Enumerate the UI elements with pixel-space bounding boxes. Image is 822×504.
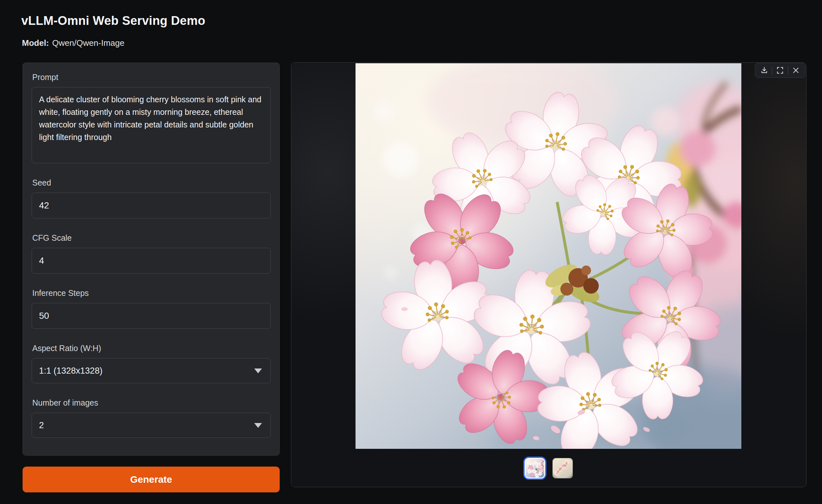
num-images-label: Number of images	[32, 398, 271, 408]
generation-settings-panel: Prompt A delicate cluster of blooming ch…	[23, 63, 280, 456]
output-gallery-panel	[291, 62, 807, 487]
generated-image[interactable]	[356, 63, 741, 449]
prompt-field: Prompt A delicate cluster of blooming ch…	[32, 73, 271, 163]
download-button[interactable]	[757, 64, 771, 77]
aspect-ratio-label: Aspect Ratio (W:H)	[32, 344, 271, 353]
aspect-ratio-field: Aspect Ratio (W:H) 1:1 (1328x1328)	[32, 344, 271, 383]
fullscreen-button[interactable]	[773, 64, 787, 77]
thumbnail-strip	[291, 455, 806, 481]
inference-steps-label: Inference Steps	[32, 289, 271, 298]
toolbar-divider	[788, 66, 788, 74]
num-images-select[interactable]: 2	[32, 413, 271, 438]
cfg-scale-label: CFG Scale	[32, 233, 271, 242]
cfg-scale-input[interactable]	[32, 248, 271, 274]
inference-steps-field: Inference Steps	[32, 289, 271, 329]
prompt-input[interactable]: A delicate cluster of blooming cherry bl…	[32, 87, 271, 163]
aspect-ratio-value: 1:1 (1328x1328)	[39, 366, 103, 376]
seed-label: Seed	[32, 178, 271, 187]
thumbnail-2-image	[553, 458, 572, 478]
download-icon	[760, 66, 768, 74]
fullscreen-icon	[776, 66, 784, 74]
num-images-value: 2	[39, 420, 44, 430]
prompt-label: Prompt	[32, 73, 271, 82]
thumbnail-1-selected[interactable]	[524, 458, 545, 479]
chevron-down-icon	[254, 423, 262, 428]
toolbar-divider	[772, 66, 772, 74]
model-label: Model:	[22, 38, 49, 48]
generate-button[interactable]: Generate	[23, 467, 280, 492]
thumbnail-2[interactable]	[552, 458, 573, 479]
seed-field: Seed	[32, 178, 271, 218]
model-value: Qwen/Qwen-Image	[52, 38, 124, 48]
num-images-field: Number of images 2	[32, 398, 271, 438]
close-icon	[792, 66, 800, 74]
aspect-ratio-select[interactable]: 1:1 (1328x1328)	[32, 358, 271, 383]
cfg-scale-field: CFG Scale	[32, 233, 271, 274]
inference-steps-input[interactable]	[32, 303, 271, 329]
page-title: vLLM-Omni Web Serving Demo	[21, 14, 205, 28]
thumbnail-1-image	[525, 459, 544, 478]
seed-input[interactable]	[32, 193, 271, 218]
gallery-toolbar	[755, 63, 805, 78]
close-button[interactable]	[789, 64, 803, 77]
model-line: Model:Qwen/Qwen-Image	[22, 38, 124, 48]
chevron-down-icon	[254, 369, 262, 373]
